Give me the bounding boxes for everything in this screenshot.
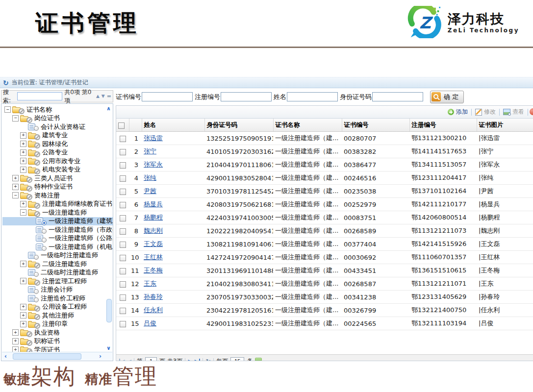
tree-item[interactable]: +注册监理工程师: [2, 277, 113, 286]
row-checkbox[interactable]: [120, 175, 126, 182]
expand-icon[interactable]: +: [12, 338, 19, 344]
name-link[interactable]: 张纯: [144, 174, 156, 181]
tree-item[interactable]: +特种作业证书: [2, 183, 113, 192]
collapse-icon[interactable]: −: [12, 115, 19, 122]
collapse-icon[interactable]: −: [4, 106, 11, 113]
tree-item[interactable]: 会计从业资格证: [2, 122, 113, 131]
header-cert-no[interactable]: 证书编号: [342, 119, 409, 132]
name-link[interactable]: 王冬梅: [144, 267, 163, 274]
search-highlight-icon[interactable]: =: [107, 93, 111, 99]
name-link[interactable]: 张迅雷: [144, 134, 163, 142]
row-checkbox[interactable]: [120, 321, 126, 327]
name-link[interactable]: 王红林: [144, 253, 163, 261]
tree-item[interactable]: 一级临时注册建造师: [2, 251, 113, 260]
tree-item-label[interactable]: 公用设备工程师: [42, 302, 87, 311]
id-number-input[interactable]: [372, 92, 423, 101]
name-link[interactable]: 孙春玲: [144, 293, 163, 300]
expand-icon[interactable]: +: [20, 141, 26, 147]
tree-item[interactable]: +注册建造师继续教育证书: [2, 200, 113, 209]
tree-item[interactable]: −一级注册建造师: [2, 208, 113, 217]
per-page-input[interactable]: [230, 357, 244, 361]
tree-item[interactable]: −资格注册: [2, 191, 113, 200]
tree-item[interactable]: +机电安装专业: [2, 166, 113, 174]
tree-item[interactable]: +三类人员证书: [2, 174, 113, 183]
expand-icon[interactable]: +: [20, 158, 26, 164]
row-checkbox[interactable]: [120, 215, 126, 221]
name-link[interactable]: 王东: [144, 280, 156, 287]
row-checkbox[interactable]: [120, 189, 126, 195]
tree-item-label[interactable]: 资格注册: [34, 191, 60, 200]
name-link[interactable]: 杨显兵: [144, 200, 163, 208]
tree-item[interactable]: −岗位证书: [2, 114, 113, 123]
tree-item-label[interactable]: 一级注册建造师: [42, 208, 87, 217]
scroll-down-icon[interactable]: ∨: [105, 345, 112, 351]
reg-no-input[interactable]: [221, 92, 272, 101]
row-checkbox[interactable]: [120, 242, 126, 248]
cert-no-input[interactable]: [142, 92, 193, 101]
tree-item[interactable]: 二级临时注册建造师: [2, 269, 113, 277]
delete-icon[interactable]: [530, 108, 533, 115]
tree-item-label[interactable]: 其他注册师: [42, 311, 74, 320]
scroll-up-icon[interactable]: ∧: [105, 106, 112, 111]
tree-item-label[interactable]: 一级注册建筑师（公路工: [49, 234, 113, 243]
scroll-left-icon[interactable]: ‹: [4, 353, 7, 360]
name-link[interactable]: 魏志刚: [144, 227, 163, 234]
tree-item-label[interactable]: 注册建造师继续教育证书: [42, 199, 112, 208]
tree-item-label[interactable]: 二级临时注册建造师: [41, 268, 98, 277]
scroll-right-icon[interactable]: ›: [99, 353, 102, 360]
name-input[interactable]: [287, 92, 338, 101]
confirm-button[interactable]: 确 定: [430, 91, 464, 103]
tree-item-label[interactable]: 会计从业资格证: [41, 122, 85, 131]
tree-item[interactable]: +公用市政专业: [2, 157, 113, 166]
expand-icon[interactable]: +: [20, 261, 26, 267]
tree-item[interactable]: 一级注册建造师（机电）: [2, 243, 113, 251]
location-refresh-icon[interactable]: ↻: [3, 79, 9, 86]
header-name[interactable]: 姓名: [142, 119, 204, 132]
tree-item-label[interactable]: 公路专业: [42, 148, 68, 157]
tree-item-label[interactable]: 注册会计师: [41, 285, 73, 294]
tree-item[interactable]: +注册印章: [2, 320, 113, 329]
tree-item-label[interactable]: 注册造价工程师: [41, 294, 85, 303]
prev-page-icon[interactable]: ◀: [127, 359, 131, 362]
row-checkbox[interactable]: [120, 281, 126, 288]
expand-icon[interactable]: +: [20, 167, 26, 173]
tree-item-label[interactable]: 岗位证书: [34, 114, 60, 122]
row-checkbox[interactable]: [120, 162, 126, 169]
header-reg-no[interactable]: 注册编号: [409, 119, 477, 132]
row-checkbox[interactable]: [120, 228, 126, 235]
tree-item-label[interactable]: 证书名称: [26, 105, 52, 114]
expand-icon[interactable]: +: [20, 321, 26, 327]
row-checkbox[interactable]: [120, 202, 126, 208]
expand-icon[interactable]: +: [20, 304, 26, 310]
search-next-icon[interactable]: ▼: [102, 94, 105, 98]
tree-item[interactable]: 注册会计师: [2, 286, 113, 294]
tree-item[interactable]: 注册造价工程师: [2, 294, 113, 303]
expand-icon[interactable]: +: [20, 132, 26, 139]
tree-item[interactable]: +建筑专业: [2, 131, 113, 140]
expand-icon[interactable]: +: [20, 312, 26, 318]
tree-item-label[interactable]: 一级注册建造师（市政公: [49, 225, 113, 234]
tree-horizontal-scrollbar[interactable]: ‹ ›: [2, 352, 112, 360]
row-checkbox[interactable]: [120, 136, 126, 142]
refresh-icon[interactable]: ↻: [205, 358, 211, 362]
row-checkbox[interactable]: [120, 308, 126, 314]
tree-item-label[interactable]: 职称证书: [34, 337, 60, 345]
row-checkbox[interactable]: [120, 255, 126, 261]
collapse-icon[interactable]: −: [20, 209, 26, 216]
expand-icon[interactable]: +: [12, 329, 19, 336]
tree-item[interactable]: +公用设备工程师: [2, 303, 113, 312]
header-cert-name[interactable]: 证书名称: [273, 119, 342, 132]
next-page-icon[interactable]: ▶: [188, 359, 192, 362]
name-link[interactable]: 张宁: [144, 147, 156, 155]
modify-button[interactable]: 修改: [475, 108, 496, 116]
header-cert-image[interactable]: 证书图片: [477, 119, 533, 132]
tree-item-label[interactable]: 执业资格: [34, 328, 60, 337]
tree-item-label[interactable]: 三类人员证书: [34, 174, 73, 183]
vertical-scroll-thumb[interactable]: [106, 299, 112, 322]
tree-item-label[interactable]: 建筑专业: [42, 131, 68, 140]
tree-item-label[interactable]: 一级注册建造师（机电）: [49, 243, 113, 251]
expand-icon[interactable]: +: [20, 201, 26, 207]
first-page-icon[interactable]: ◀: [119, 359, 125, 362]
page-number-input[interactable]: [145, 357, 157, 361]
view-button[interactable]: 查看: [503, 108, 524, 116]
